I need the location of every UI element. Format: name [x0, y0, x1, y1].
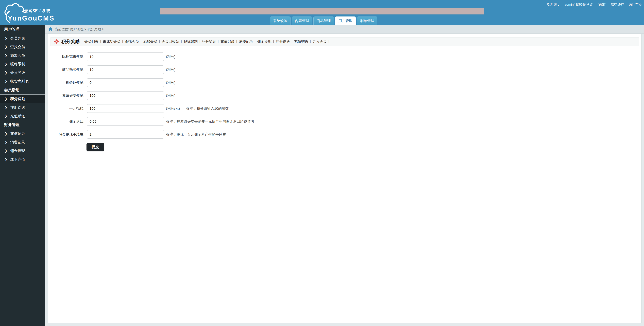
field-unit: (积分) [166, 80, 176, 85]
link-separator: | [100, 39, 101, 43]
sidebar-item-nickname-limit[interactable]: ❯ 昵称限制 [0, 60, 45, 68]
sidebar-item-recharge-gift[interactable]: ❯ 充值赠送 [0, 112, 45, 120]
panel-link-nickname-limit[interactable]: 昵称限制 [184, 39, 198, 44]
sidebar-item-consume-record[interactable]: ❯ 消费记录 [0, 138, 45, 147]
chevron-right-icon: ❯ [5, 114, 7, 118]
field-side: (积分) [166, 67, 176, 72]
sidebar-section-member-activity: 会员活动 [0, 85, 45, 94]
panel-link-import-members[interactable]: 导入会员 [312, 39, 327, 44]
field-label: 邀请好友奖励: [48, 93, 84, 98]
field-unit: (积分) [166, 54, 176, 59]
link-separator: | [236, 39, 237, 43]
link-separator: | [310, 39, 311, 43]
sidebar-item-label: 充值记录 [10, 131, 25, 136]
field-label: 一元抵扣: [48, 106, 84, 111]
field-label: 佣金返回: [48, 119, 84, 124]
sidebar-item-label: 会员列表 [10, 36, 25, 41]
brand-text: YunGouCMS [8, 14, 54, 22]
panel-link-consume-record[interactable]: 消费记录 [239, 39, 253, 44]
chevron-right-icon: ❯ [5, 36, 7, 40]
sidebar-item-commission-withdraw[interactable]: ❯ 佣金提现 [0, 147, 45, 155]
app-header: YunGouCMS 云购夺宝系统 欢迎您： admin[ 超级管理员] [退出]… [0, 0, 644, 25]
sidebar-item-label: 昵称限制 [10, 61, 25, 67]
link-separator: | [199, 39, 200, 43]
chevron-right-icon: ❯ [5, 54, 7, 57]
chevron-right-icon: ❯ [5, 132, 7, 136]
panel-link-points-reward[interactable]: 积分奖励 [202, 39, 216, 44]
visit-home-link[interactable]: 访问首页 [628, 2, 642, 7]
product-purchase-reward-input[interactable] [87, 65, 164, 74]
sidebar-item-member-list[interactable]: ❯ 会员列表 [0, 34, 45, 42]
panel-link-register-gift[interactable]: 注册赠送 [276, 39, 290, 44]
field-side: (积分/元) 备注：积分请输入10的整数 [166, 106, 229, 111]
phone-verify-reward-input[interactable] [87, 78, 164, 87]
tab-order-management[interactable]: 刷单管理 [357, 16, 378, 25]
user-area: 欢迎您： admin[ 超级管理员] [退出] 清空缓存 访问首页 [547, 2, 642, 7]
field-note: 备注：被邀请好友每消费一元所产生的佣金返回给邀请者！ [166, 119, 258, 124]
link-separator: | [273, 39, 274, 43]
main-panel: 积分奖励 会员列表| 未成功会员| 查找会员| 添加会员| 会员回收站| 昵称限… [48, 34, 642, 323]
sidebar-item-add-member[interactable]: ❯ 添加会员 [0, 51, 45, 60]
top-nav-tabs: 系统设置 内容管理 商品管理 用户管理 刷单管理 [270, 16, 378, 25]
form-row-yuan-deduct: 一元抵扣: (积分/元) 备注：积分请输入10的整数 [48, 102, 642, 115]
form-row-phone-verify: 手机验证奖励: (积分) [48, 76, 642, 89]
link-separator: | [159, 39, 160, 43]
sidebar-item-label: 收货商列表 [10, 79, 29, 84]
nickname-complete-reward-input[interactable] [87, 52, 164, 61]
link-separator: | [181, 39, 182, 43]
form-row-product-purchase: 商品购买奖励: (积分) [48, 63, 642, 76]
chevron-right-icon: ❯ [5, 158, 7, 161]
tab-content-management[interactable]: 内容管理 [292, 16, 312, 25]
field-label: 商品购买奖励: [48, 67, 84, 72]
panel-link-unsuccessful-members[interactable]: 未成功会员 [103, 39, 120, 44]
submit-row: 提交 [48, 141, 642, 153]
panel-link-member-list[interactable]: 会员列表 [84, 39, 98, 44]
notice-bar [160, 8, 484, 14]
chevron-right-icon: ❯ [5, 106, 7, 109]
sidebar-item-offline-recharge[interactable]: ❯ 线下充值 [0, 155, 45, 164]
sidebar-item-find-member[interactable]: ❯ 查找会员 [0, 42, 45, 51]
link-separator: | [255, 39, 256, 43]
panel-link-find-member[interactable]: 查找会员 [125, 39, 139, 44]
field-label: 昵称完善奖励: [48, 54, 84, 59]
sidebar-item-label: 积分奖励 [10, 96, 25, 101]
chevron-right-icon: ❯ [5, 62, 7, 66]
commission-withdraw-fee-input[interactable] [87, 130, 164, 139]
panel-link-recharge-gift[interactable]: 充值赠送 [294, 39, 308, 44]
sidebar: 用户管理 ❯ 会员列表 ❯ 查找会员 ❯ 添加会员 ❯ 昵称限制 ❯ 会员等级 … [0, 25, 45, 326]
breadcrumb: 当前位置: 用户管理 > 积分奖励 > [45, 25, 644, 34]
sidebar-item-points-reward[interactable]: ❯ 积分奖励 [0, 94, 45, 103]
field-side: (积分) [166, 93, 176, 98]
link-separator: | [328, 39, 329, 43]
sidebar-section-user-management: 用户管理 [0, 25, 45, 34]
field-unit: (积分) [166, 93, 176, 98]
panel-link-commission-withdraw[interactable]: 佣金提现 [257, 39, 271, 44]
content-area: 当前位置: 用户管理 > 积分奖励 > 积分奖励 会员列表| 未成功会员| 查找… [45, 25, 644, 326]
clear-cache-link[interactable]: 清空缓存 [611, 2, 624, 7]
tab-user-management[interactable]: 用户管理 [335, 16, 356, 25]
sidebar-item-label: 佣金提现 [10, 148, 25, 153]
panel-link-recharge-record[interactable]: 充值记录 [220, 39, 234, 44]
commission-return-input[interactable] [87, 117, 164, 126]
points-reward-form: 昵称完善奖励: (积分) 商品购买奖励: (积分) 手机验证奖励: [48, 50, 642, 153]
chevron-right-icon: ❯ [5, 140, 7, 144]
link-separator: | [292, 39, 292, 43]
logout-link[interactable]: [退出] [598, 2, 606, 7]
sidebar-item-register-gift[interactable]: ❯ 注册赠送 [0, 103, 45, 112]
chevron-right-icon: ❯ [5, 97, 7, 101]
link-separator: | [140, 39, 142, 43]
tab-system-settings[interactable]: 系统设置 [270, 16, 290, 25]
panel-link-add-member[interactable]: 添加会员 [143, 39, 157, 44]
sidebar-item-receiver-list[interactable]: ❯ 收货商列表 [0, 77, 45, 85]
form-row-invite-friend: 邀请好友奖励: (积分) [48, 89, 642, 102]
sidebar-item-recharge-record[interactable]: ❯ 充值记录 [0, 129, 45, 138]
yuan-deduct-input[interactable] [87, 104, 164, 113]
submit-button[interactable]: 提交 [86, 143, 104, 151]
logo[interactable]: YunGouCMS 云购夺宝系统 [3, 2, 55, 23]
panel-link-member-recycle-bin[interactable]: 会员回收站 [162, 39, 179, 44]
chevron-right-icon: ❯ [5, 71, 7, 74]
sidebar-item-member-level[interactable]: ❯ 会员等级 [0, 68, 45, 77]
tab-product-management[interactable]: 商品管理 [314, 16, 334, 25]
link-separator: | [218, 39, 219, 43]
invite-friend-reward-input[interactable] [87, 91, 164, 100]
